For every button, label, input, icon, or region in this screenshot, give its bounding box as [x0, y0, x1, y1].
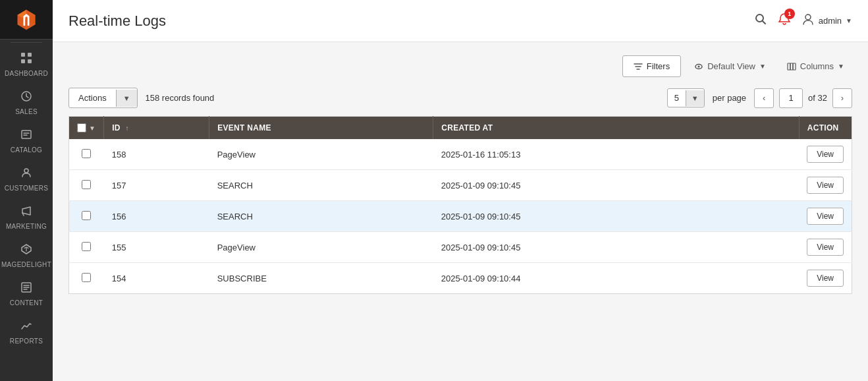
filters-label: Filters — [647, 61, 670, 71]
customers-icon — [20, 167, 32, 182]
view-dropdown-icon: ▼ — [759, 63, 766, 70]
row-checkbox-3[interactable] — [82, 242, 91, 251]
svg-point-6 — [24, 169, 28, 173]
sidebar-item-marketing[interactable]: MARKETING — [0, 198, 53, 237]
row-created-3: 2025-01-09 09:10:45 — [433, 232, 800, 263]
row-event-1: SEARCH — [209, 170, 433, 201]
content-area: Filters Default View ▼ Columns ▼ Actions… — [53, 42, 868, 381]
row-created-2: 2025-01-09 09:10:45 — [433, 201, 800, 232]
row-checkbox-cell — [69, 201, 104, 232]
row-checkbox-2[interactable] — [82, 211, 91, 220]
row-checkbox-cell — [69, 232, 104, 263]
toolbar: Filters Default View ▼ Columns ▼ — [68, 55, 852, 77]
row-checkbox-4[interactable] — [82, 273, 91, 282]
sidebar-item-sales[interactable]: SALES — [0, 84, 53, 122]
sidebar-item-sales-label: SALES — [15, 108, 38, 115]
admin-user-menu[interactable]: admin ▼ — [801, 13, 852, 29]
row-action-1: View — [799, 170, 852, 201]
th-select-dropdown-icon[interactable]: ▼ — [89, 125, 95, 132]
notification-bell-icon[interactable]: 1 — [778, 13, 791, 29]
table-row: 155 PageView 2025-01-09 09:10:45 View — [69, 232, 852, 263]
columns-button[interactable]: Columns ▼ — [779, 56, 852, 76]
default-view-button[interactable]: Default View ▼ — [686, 56, 774, 76]
row-id-1: 157 — [104, 170, 209, 201]
dashboard-icon — [20, 52, 32, 67]
sidebar-item-content[interactable]: CONTENT — [0, 275, 53, 313]
sidebar-item-dashboard[interactable]: DASHBOARD — [0, 45, 53, 84]
per-page-label: per page — [710, 93, 749, 103]
columns-label: Columns — [800, 61, 834, 71]
row-created-1: 2025-01-09 09:10:45 — [433, 170, 800, 201]
columns-icon — [787, 62, 796, 71]
svg-rect-0 — [21, 53, 25, 57]
sidebar-item-magedelight[interactable]: MAGEDELIGHT — [0, 237, 53, 275]
notification-badge: 1 — [784, 9, 795, 19]
top-header: Real-time Logs 1 admin ▼ — [53, 0, 868, 42]
sidebar-item-catalog[interactable]: CATALOG — [0, 122, 53, 160]
sidebar-item-marketing-label: MARKETING — [6, 223, 47, 230]
th-action-label: Action — [807, 123, 839, 132]
row-id-2: 156 — [104, 201, 209, 232]
admin-username: admin — [819, 16, 842, 26]
row-checkbox-cell — [69, 139, 104, 170]
th-id-label: ID — [112, 123, 121, 132]
select-all-checkbox[interactable] — [77, 123, 86, 132]
per-page-dropdown-arrow[interactable]: ▼ — [686, 90, 704, 106]
svg-rect-5 — [22, 131, 31, 138]
th-select: ▼ — [69, 117, 104, 140]
header-actions: 1 admin ▼ — [754, 13, 852, 29]
magento-logo-icon — [14, 8, 38, 32]
row-action-4: View — [799, 263, 852, 294]
pagination: 5 ▼ per page ‹ 1 of 32 › — [667, 88, 852, 108]
sort-indicator-id: ↑ — [125, 125, 128, 132]
svg-point-11 — [698, 65, 700, 67]
th-action: Action — [799, 117, 852, 140]
svg-rect-14 — [793, 63, 796, 70]
sidebar-item-catalog-label: CATALOG — [11, 146, 42, 154]
view-button-0[interactable]: View — [807, 146, 844, 163]
view-button-2[interactable]: View — [807, 208, 844, 225]
default-view-label: Default View — [707, 61, 755, 71]
row-event-3: PageView — [209, 232, 433, 263]
sidebar-item-reports-label: REPORTS — [10, 337, 43, 345]
row-checkbox-0[interactable] — [82, 149, 91, 158]
row-created-4: 2025-01-09 09:10:44 — [433, 263, 800, 294]
search-icon[interactable] — [754, 13, 767, 29]
view-button-4[interactable]: View — [807, 270, 844, 287]
filter-icon — [634, 62, 643, 71]
sidebar-item-dashboard-label: DASHBOARD — [5, 70, 48, 77]
row-action-0: View — [799, 139, 852, 170]
per-page-select[interactable]: 5 ▼ — [667, 88, 705, 107]
actions-label: Actions — [69, 88, 116, 107]
th-event-name-label: Event Name — [217, 123, 271, 132]
th-id[interactable]: ID ↑ — [104, 117, 209, 140]
actions-dropdown[interactable]: Actions ▼ — [68, 88, 138, 108]
row-checkbox-1[interactable] — [82, 180, 91, 189]
th-event-name: Event Name — [209, 117, 433, 140]
current-page-input[interactable]: 1 — [779, 88, 803, 108]
svg-point-9 — [805, 15, 811, 20]
sidebar-divider-top — [11, 42, 42, 43]
actions-dropdown-arrow[interactable]: ▼ — [116, 90, 137, 107]
prev-page-button[interactable]: ‹ — [754, 88, 774, 108]
table-row: 154 SUBSCRIBE 2025-01-09 09:10:44 View — [69, 263, 852, 294]
sidebar-item-customers[interactable]: CUSTOMERS — [0, 160, 53, 198]
sidebar-logo — [0, 0, 53, 40]
actions-left: Actions ▼ 158 records found — [68, 88, 214, 108]
table-row: 157 SEARCH 2025-01-09 09:10:45 View — [69, 170, 852, 201]
view-button-1[interactable]: View — [807, 177, 844, 194]
sidebar-item-reports[interactable]: REPORTS — [0, 313, 53, 351]
view-button-3[interactable]: View — [807, 239, 844, 256]
table-row: 156 SEARCH 2025-01-09 09:10:45 View — [69, 201, 852, 232]
marketing-icon — [20, 205, 32, 220]
main-content: Real-time Logs 1 admin ▼ Filters — [53, 0, 868, 381]
sidebar: DASHBOARD SALES CATALOG CUSTOMERS MARKET… — [0, 0, 53, 381]
next-page-button[interactable]: › — [832, 88, 852, 108]
table-row: 158 PageView 2025-01-16 11:05:13 View — [69, 139, 852, 170]
svg-rect-2 — [21, 59, 25, 63]
th-created-at-label: Created At — [441, 123, 493, 132]
content-icon — [20, 281, 32, 297]
filters-button[interactable]: Filters — [622, 55, 681, 77]
admin-dropdown-icon: ▼ — [846, 17, 852, 24]
row-action-3: View — [799, 232, 852, 263]
